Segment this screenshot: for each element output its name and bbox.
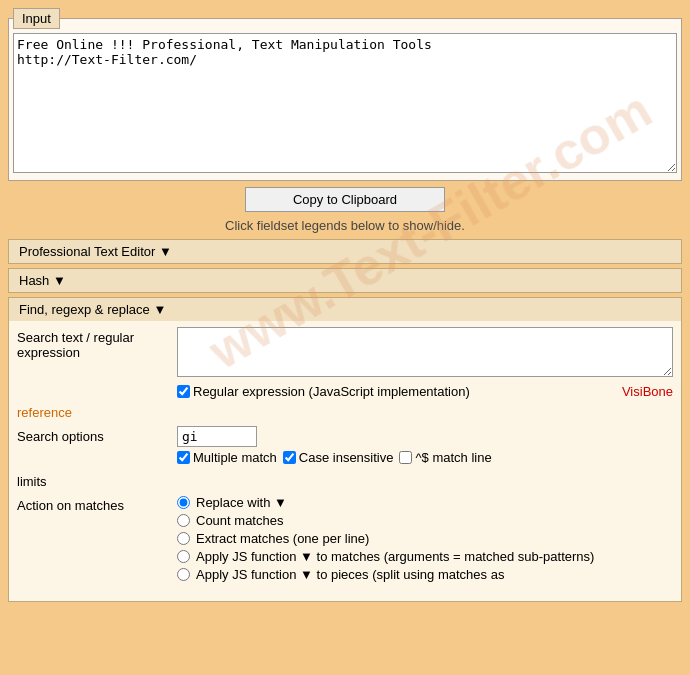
extract-matches-item: Extract matches (one per line) — [177, 531, 673, 546]
match-line-label: ^$ match line — [415, 450, 491, 465]
js-pieces-item: Apply JS function ▼ to pieces (split usi… — [177, 567, 673, 582]
js-pieces-label: Apply JS function ▼ to pieces (split usi… — [196, 567, 504, 582]
multiple-match-item: Multiple match — [177, 450, 277, 465]
options-area: Multiple match Case insensitive ^$ match… — [177, 426, 673, 465]
visbone-link[interactable]: VisiBone — [622, 384, 673, 399]
extract-radio[interactable] — [177, 532, 190, 545]
copy-clipboard-button[interactable]: Copy to Clipboard — [245, 187, 445, 212]
hash-toggle[interactable]: Hash ▼ — [9, 269, 681, 292]
extract-label: Extract matches (one per line) — [196, 531, 369, 546]
count-radio[interactable] — [177, 514, 190, 527]
multiple-match-checkbox[interactable] — [177, 451, 190, 464]
input-fieldset: Input — [8, 8, 682, 181]
replace-label: Replace with ▼ — [196, 495, 287, 510]
reference-link[interactable]: reference — [17, 405, 673, 420]
search-options-input[interactable] — [177, 426, 257, 447]
match-line-item: ^$ match line — [399, 450, 491, 465]
action-row: Action on matches Replace with ▼ Count m… — [17, 495, 673, 589]
hash-section: Hash ▼ — [8, 268, 682, 293]
replace-with-item: Replace with ▼ — [177, 495, 673, 510]
multiple-match-label: Multiple match — [193, 450, 277, 465]
regex-checkbox[interactable] — [177, 385, 190, 398]
professional-editor-section: Professional Text Editor ▼ — [8, 239, 682, 264]
case-insensitive-label: Case insensitive — [299, 450, 394, 465]
count-label: Count matches — [196, 513, 283, 528]
limits-row: limits — [17, 471, 673, 489]
find-replace-toggle[interactable]: Find, regexp & replace ▼ — [9, 298, 681, 321]
search-textarea[interactable] — [177, 327, 673, 377]
case-insensitive-item: Case insensitive — [283, 450, 394, 465]
js-matches-radio[interactable] — [177, 550, 190, 563]
find-replace-section: Find, regexp & replace ▼ Search text / r… — [8, 297, 682, 602]
case-insensitive-checkbox[interactable] — [283, 451, 296, 464]
options-label: Search options — [17, 426, 177, 444]
action-options: Replace with ▼ Count matches Extract mat… — [177, 495, 673, 585]
search-text-row: Search text / regular expression Regular… — [17, 327, 673, 399]
info-text: Click fieldset legends below to show/hid… — [8, 218, 682, 233]
input-textarea[interactable] — [13, 33, 677, 173]
professional-editor-toggle[interactable]: Professional Text Editor ▼ — [9, 240, 681, 263]
js-matches-item: Apply JS function ▼ to matches (argument… — [177, 549, 673, 564]
search-label: Search text / regular expression — [17, 327, 177, 360]
search-textarea-area: Regular expression (JavaScript implement… — [177, 327, 673, 399]
action-label: Action on matches — [17, 495, 177, 513]
limits-label: limits — [17, 471, 177, 489]
regex-row: Regular expression (JavaScript implement… — [177, 384, 673, 399]
find-replace-content: Search text / regular expression Regular… — [9, 321, 681, 601]
search-options-row: Search options Multiple match Case insen… — [17, 426, 673, 465]
regex-checkbox-item: Regular expression (JavaScript implement… — [177, 384, 470, 399]
js-matches-label: Apply JS function ▼ to matches (argument… — [196, 549, 594, 564]
count-matches-item: Count matches — [177, 513, 673, 528]
input-legend: Input — [13, 8, 60, 29]
regex-label: Regular expression (JavaScript implement… — [193, 384, 470, 399]
js-pieces-radio[interactable] — [177, 568, 190, 581]
replace-radio[interactable] — [177, 496, 190, 509]
match-line-checkbox[interactable] — [399, 451, 412, 464]
options-checkboxes: Multiple match Case insensitive ^$ match… — [177, 450, 673, 465]
